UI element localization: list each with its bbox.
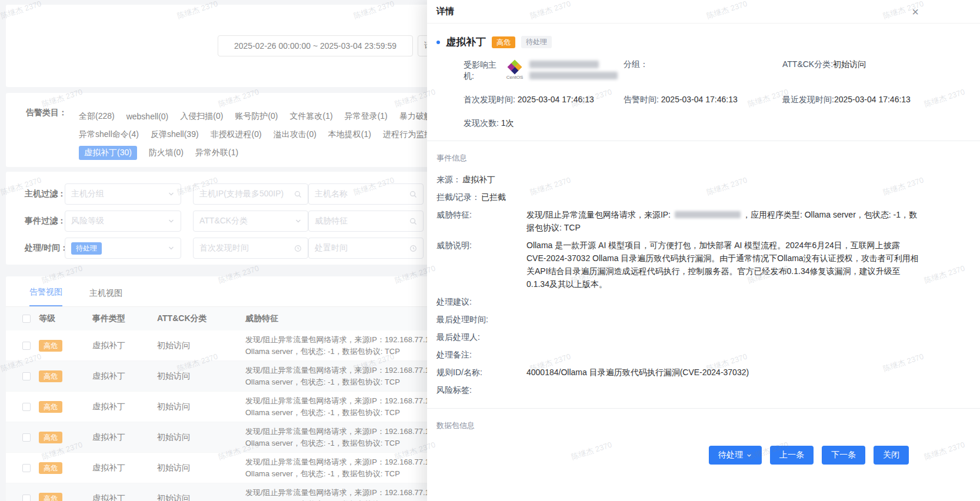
field-handle-remark: 处理备注: [436, 348, 919, 361]
field-source: 来源：虚拟补丁 [436, 173, 919, 186]
prev-item-button[interactable]: 上一条 [770, 446, 814, 465]
field-threat-feature: 威胁特征: 发现/阻止异常流量包网络请求，来源IP: ，应用程序类型: Olla… [436, 208, 919, 234]
affected-host-cell: 受影响主机: CentOS [464, 59, 624, 82]
alert-time-cell: 告警时间: 2025-03-04 17:46:13 [624, 95, 782, 105]
field-intercept: 拦截/记录：已拦截 [436, 191, 919, 203]
section-event-info: 事件信息 [436, 153, 919, 163]
next-item-button[interactable]: 下一条 [822, 446, 865, 465]
field-threat-description: 威胁说明: Ollama 是一款开源 AI 模型项目，可方便打包，加快部署 AI… [436, 239, 919, 290]
status-badge: 待处理 [521, 36, 552, 48]
close-button[interactable]: 关闭 [874, 446, 909, 465]
divider [427, 141, 980, 141]
first-found-cell: 首次发现时间: 2025-03-04 17:46:13 [464, 95, 624, 105]
found-count-cell: 发现次数: 1次 [464, 118, 624, 129]
last-found-cell: 最近发现时间:2025-03-04 17:46:13 [782, 95, 919, 105]
redacted-host-info [529, 59, 618, 82]
alert-summary: 受影响主机: CentOS 分组： ATT&CK分类:初始访问 [464, 59, 919, 129]
field-last-handler: 最后处理人: [436, 330, 919, 343]
group-cell: 分组： [624, 59, 782, 82]
redacted-ip [675, 211, 741, 218]
divider [427, 408, 980, 409]
alert-name: 虚拟补丁 [446, 35, 486, 49]
bullet-icon [436, 41, 440, 44]
chevron-down-icon [746, 452, 752, 459]
attck-cell: ATT&CK分类:初始访问 [782, 59, 919, 82]
drawer-body: 虚拟补丁 高危 待处理 受影响主机: CentOS [427, 24, 980, 501]
severity-badge: 高危 [492, 36, 515, 48]
alert-title-row: 虚拟补丁 高危 待处理 [436, 35, 919, 49]
section-packet-info: 数据包信息 [436, 420, 919, 431]
field-handle-advice: 处理建议: [436, 295, 919, 308]
os-name: CentOS [506, 75, 523, 80]
drawer-title: 详情 [436, 6, 454, 17]
drawer-footer: 待处理 上一条 下一条 关闭 [709, 446, 909, 465]
affected-host-label: 受影响主机: [464, 59, 500, 82]
field-risk-tag: 风险标签: [436, 383, 919, 396]
centos-os-icon: CentOS [505, 59, 525, 82]
close-icon[interactable]: × [912, 6, 919, 18]
set-status-button[interactable]: 待处理 [709, 446, 762, 465]
field-last-handle-time: 最后处理时间: [436, 313, 919, 326]
field-rule-id-name: 规则ID/名称:4000184/Ollama 目录遍历致代码执行漏洞(CVE-2… [436, 366, 919, 379]
drawer-header: 详情 × [427, 0, 980, 24]
detail-drawer: 详情 × 虚拟补丁 高危 待处理 受影响主机: CentOS [427, 0, 980, 501]
